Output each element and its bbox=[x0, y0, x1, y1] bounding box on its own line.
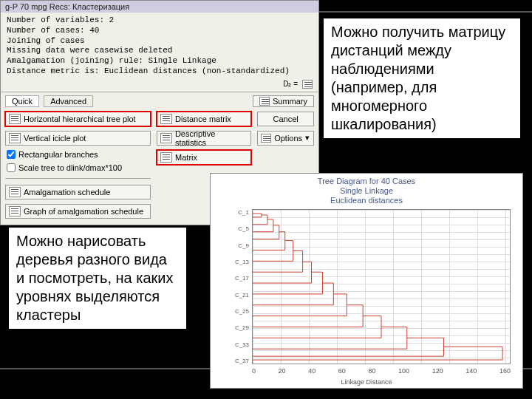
table-icon bbox=[9, 187, 21, 197]
options-icon bbox=[261, 134, 271, 143]
scale-tree-check[interactable]: Scale tree to dlink/dmax*100 bbox=[5, 163, 151, 172]
rect-branches-check[interactable]: Rectangular branches bbox=[5, 150, 151, 159]
amalgamation-graph-button[interactable]: Graph of amalgamation schedule bbox=[5, 204, 151, 219]
dendrogram-panel: Tree Diagram for 40 Cases Single Linkage… bbox=[210, 173, 523, 389]
horizontal-tree-button[interactable]: Horizontal hierarchical tree plot bbox=[5, 112, 151, 126]
amalgamation-button[interactable]: Amalgamation schedule bbox=[5, 185, 151, 200]
distance-matrix-button[interactable]: Distance matrix bbox=[157, 112, 251, 126]
matrix-button[interactable]: Matrix bbox=[157, 150, 251, 165]
summary-icon bbox=[259, 97, 270, 106]
y-ticks: C_1C_5C_9C_13C_17C_21C_25C_29C_33C_37 bbox=[233, 209, 249, 364]
tab-advanced[interactable]: Advanced bbox=[44, 95, 93, 107]
cancel-button[interactable]: Cancel bbox=[257, 112, 314, 126]
shrink-icon[interactable] bbox=[302, 80, 313, 89]
options-button[interactable]: Options ▾ bbox=[257, 131, 314, 146]
x-axis: 020406080100120140160 bbox=[252, 367, 511, 375]
tree-icon bbox=[9, 114, 21, 124]
tab-quick[interactable]: Quick bbox=[5, 95, 39, 107]
dendro-plot bbox=[252, 209, 511, 364]
x-label: Linkage Distance bbox=[211, 378, 522, 386]
summary-button[interactable]: Summary bbox=[253, 95, 314, 107]
rect-branches-checkbox[interactable] bbox=[7, 150, 16, 159]
info-block: Number of variables: 2 Number of cases: … bbox=[1, 13, 318, 78]
matrix-icon bbox=[160, 114, 172, 124]
matrix2-icon bbox=[160, 152, 172, 163]
vertical-icicle-button[interactable]: Vertical icicle plot bbox=[5, 131, 151, 146]
callout-trees: Можно нарисовать деревья разного вида и … bbox=[9, 228, 186, 329]
graph-icon bbox=[9, 206, 21, 216]
descriptive-stats-button[interactable]: Descriptive statistics bbox=[157, 131, 251, 146]
callout-matrix: Можно получить матрицу дистанций между н… bbox=[324, 18, 520, 138]
scale-tree-checkbox[interactable] bbox=[7, 163, 16, 172]
dialog-titlebar[interactable]: g-P 70 mpg Recs: Кластеризация bbox=[1, 1, 318, 13]
stats-icon bbox=[160, 133, 172, 143]
dialog-title: g-P 70 mpg Recs: Кластеризация bbox=[5, 2, 129, 11]
d-label: D₂ = bbox=[283, 80, 298, 88]
dendro-title: Tree Diagram for 40 Cases Single Linkage… bbox=[211, 174, 522, 208]
chevron-down-icon: ▾ bbox=[305, 133, 310, 143]
icicle-icon bbox=[9, 133, 21, 143]
